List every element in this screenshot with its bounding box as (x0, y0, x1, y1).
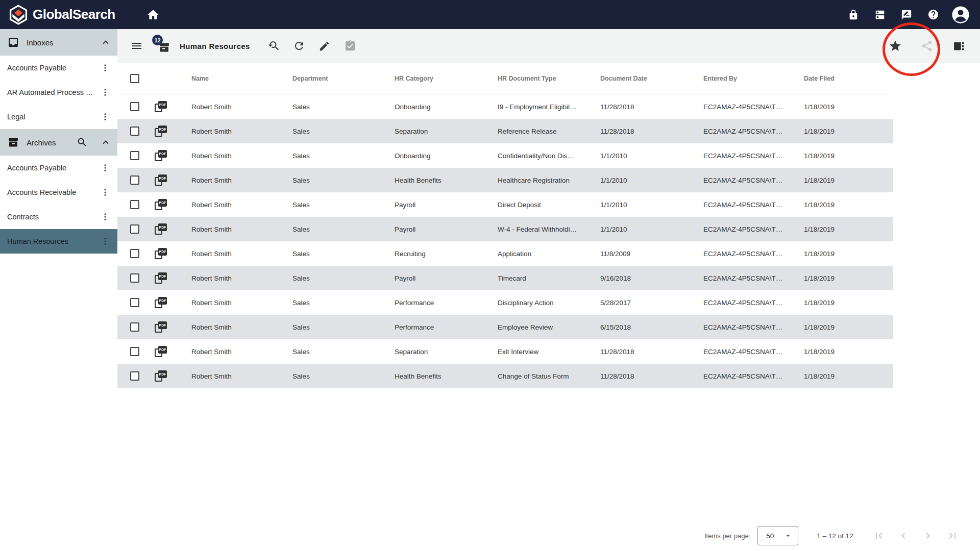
row-checkbox[interactable] (130, 298, 139, 307)
pdf-document-icon[interactable]: PDF (155, 321, 167, 333)
kebab-menu-icon[interactable] (97, 233, 113, 249)
cell-document-date: 11/28/2018 (598, 348, 701, 356)
kebab-menu-icon[interactable] (97, 160, 113, 176)
cell-department: Sales (290, 323, 392, 331)
table-row[interactable]: PDF Robert Smith Sales Performance Disci… (117, 290, 893, 315)
pdf-document-icon[interactable]: PDF (155, 247, 167, 260)
pdf-document-icon[interactable]: PDF (155, 370, 167, 382)
chevron-up-icon[interactable] (100, 137, 111, 148)
cell-document-date: 11/28/2018 (598, 103, 701, 111)
avatar (951, 5, 970, 24)
row-checkbox[interactable] (130, 102, 139, 111)
pdf-document-icon[interactable]: PDF (155, 149, 167, 162)
view-columns-button[interactable] (948, 36, 969, 56)
feedback-button[interactable] (896, 5, 917, 25)
kebab-menu-icon[interactable] (97, 184, 113, 201)
page-size-select[interactable]: 50 (757, 526, 798, 545)
kebab-menu-icon[interactable] (97, 109, 113, 125)
pdf-document-icon[interactable]: PDF (155, 125, 167, 137)
column-header-entered-by[interactable]: Entered By (701, 75, 801, 82)
account-button[interactable] (949, 4, 972, 26)
pdf-icon-label: PDF (158, 297, 167, 305)
pdf-document-icon[interactable]: PDF (155, 272, 167, 284)
row-checkbox[interactable] (130, 273, 139, 283)
pdf-icon-label: PDF (158, 321, 167, 329)
pdf-icon-label: PDF (158, 199, 167, 207)
table-body: PDF Robert Smith Sales Onboarding I9 - E… (117, 94, 893, 388)
table-row[interactable]: PDF Robert Smith Sales Performance Emplo… (117, 315, 893, 339)
favorite-button[interactable] (885, 36, 905, 56)
column-header-document-date[interactable]: Document Date (598, 75, 701, 82)
cell-hr-document-type: Disciplinary Action (495, 299, 598, 307)
row-checkbox[interactable] (130, 322, 139, 332)
refine-search-button[interactable] (263, 36, 284, 56)
row-checkbox[interactable] (130, 224, 139, 234)
cell-date-filed: 1/18/2019 (801, 103, 893, 111)
archive-search-icon[interactable] (77, 137, 88, 148)
table-row[interactable]: PDF Robert Smith Sales Health Benefits C… (117, 364, 893, 388)
kebab-menu-icon[interactable] (97, 84, 113, 101)
table-row[interactable]: PDF Robert Smith Sales Payroll Direct De… (117, 192, 893, 217)
pdf-document-icon[interactable]: PDF (155, 198, 167, 211)
kebab-menu-icon[interactable] (97, 209, 113, 225)
cell-document-date: 1/1/2010 (598, 177, 701, 184)
table-row[interactable]: PDF Robert Smith Sales Health Benefits H… (117, 168, 893, 192)
pdf-document-icon[interactable]: PDF (155, 223, 167, 235)
help-button[interactable] (923, 5, 943, 25)
row-checkbox[interactable] (130, 200, 139, 209)
row-checkbox[interactable] (130, 371, 139, 381)
tasks-button-disabled (340, 36, 360, 56)
pdf-icon-label: PDF (158, 174, 167, 182)
cell-hr-document-type: Timecard (495, 274, 598, 282)
row-checkbox[interactable] (130, 249, 139, 258)
cell-hr-document-type: Healthcare Registration (495, 177, 598, 184)
sidebar-archive-item[interactable]: Human Resources (0, 229, 117, 254)
chevron-up-icon[interactable] (100, 37, 111, 48)
cell-hr-document-type: Direct Deposit (495, 201, 598, 209)
column-header-name[interactable]: Name (189, 75, 290, 82)
table-row[interactable]: PDF Robert Smith Sales Payroll W-4 - Fed… (117, 217, 893, 241)
pdf-document-icon[interactable]: PDF (155, 174, 167, 186)
sidebar-section-archives[interactable]: Archives (0, 129, 117, 156)
column-header-hr-category[interactable]: HR Category (392, 75, 495, 82)
table-row[interactable]: PDF Robert Smith Sales Separation Exit I… (117, 339, 893, 364)
table-row[interactable]: PDF Robert Smith Sales Payroll Timecard … (117, 266, 893, 290)
cell-document-date: 9/16/2018 (598, 274, 701, 282)
sidebar-item-label: Accounts Payable (7, 164, 97, 172)
kebab-menu-icon[interactable] (97, 60, 113, 76)
column-header-date-filed[interactable]: Date Filed (801, 75, 893, 82)
cell-entered-by: EC2AMAZ-4P5CSNA\T… (701, 177, 801, 184)
queues-button[interactable] (870, 5, 890, 25)
lock-button[interactable] (843, 5, 864, 25)
row-checkbox[interactable] (130, 127, 139, 136)
table-row[interactable]: PDF Robert Smith Sales Onboarding Confid… (117, 143, 893, 168)
sidebar-archive-item[interactable]: Accounts Payable (0, 156, 117, 180)
column-header-department[interactable]: Department (290, 75, 392, 82)
table-row[interactable]: PDF Robert Smith Sales Recruiting Applic… (117, 241, 893, 266)
lock-icon (848, 9, 859, 20)
sidebar-section-inboxes[interactable]: Inboxes (0, 29, 117, 56)
cell-date-filed: 1/18/2019 (801, 226, 893, 233)
table-row[interactable]: PDF Robert Smith Sales Onboarding I9 - E… (117, 94, 893, 119)
row-checkbox[interactable] (130, 347, 139, 356)
cell-document-date: 1/1/2010 (598, 152, 701, 160)
select-all-checkbox[interactable] (130, 74, 139, 83)
home-button[interactable] (143, 5, 163, 25)
edit-button[interactable] (314, 36, 335, 56)
sidebar-archive-item[interactable]: AR Automated Process … (0, 80, 117, 105)
sidebar-archive-item[interactable]: Accounts Payable (0, 56, 117, 80)
sidebar-archive-item[interactable]: Contracts (0, 205, 117, 229)
pdf-document-icon[interactable]: PDF (155, 101, 167, 113)
refresh-icon (293, 40, 305, 52)
table-row[interactable]: PDF Robert Smith Sales Separation Refere… (117, 119, 893, 143)
section-label-inboxes: Inboxes (27, 38, 100, 47)
pdf-document-icon[interactable]: PDF (155, 296, 167, 309)
refresh-button[interactable] (289, 36, 309, 56)
menu-button[interactable] (127, 36, 147, 56)
pdf-document-icon[interactable]: PDF (155, 345, 167, 358)
column-header-hr-document-type[interactable]: HR Document Type (495, 75, 598, 82)
sidebar-archive-item[interactable]: Accounts Receivable (0, 180, 117, 205)
row-checkbox[interactable] (130, 176, 139, 185)
sidebar-archive-item[interactable]: Legal (0, 105, 117, 129)
row-checkbox[interactable] (130, 151, 139, 160)
